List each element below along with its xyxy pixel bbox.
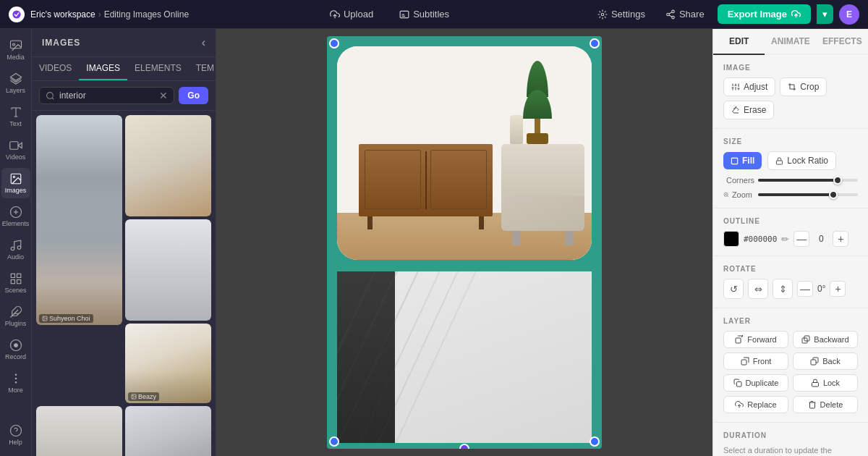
image-credit: Beazy [128,392,159,401]
export-button[interactable]: Export Image [718,4,811,24]
svg-line-59 [727,196,728,197]
flip-h-button[interactable]: ⇔ [748,279,768,299]
sidebar-item-videos[interactable]: Videos [1,135,30,165]
svg-rect-56 [731,158,737,164]
svg-rect-65 [741,360,746,365]
svg-point-20 [13,176,14,177]
search-go-button[interactable]: Go [179,87,208,104]
right-panel: EDIT ANIMATE EFFECTS IMAGE Adjust Crop E… [712,29,868,456]
sidebar-item-images[interactable]: Images [1,168,30,198]
svg-rect-67 [811,360,816,365]
record-label: Record [5,353,26,360]
tab-images[interactable]: IMAGES [79,57,127,80]
list-item[interactable] [125,115,211,216]
sidebar-item-record[interactable]: Record [1,334,30,365]
list-item[interactable]: Suhyeon Choi [36,115,122,325]
list-item[interactable]: Beazy [125,324,211,403]
erase-button[interactable]: Erase [723,101,774,119]
svg-point-7 [667,13,670,16]
export-label: Export Image [728,9,787,20]
app-logo[interactable] [9,7,25,22]
list-item[interactable] [36,406,122,456]
canvas-frame[interactable] [327,36,602,449]
canvas-image-bottom[interactable] [337,271,592,443]
sidebar-item-media[interactable]: Media [1,35,30,65]
search-box[interactable]: ✕ [39,87,174,104]
sidebar-item-scenes[interactable]: Scenes [1,268,30,298]
corners-slider[interactable] [758,179,858,182]
rotate-buttons: ↺ ⇔ ⇕ — 0° + [723,279,858,299]
tab-effects[interactable]: EFFECTS [817,29,868,54]
tab-animate[interactable]: ANIMATE [765,29,816,54]
replace-button[interactable]: Replace [723,396,788,413]
page-title: Editing Images Online [104,9,189,20]
svg-point-34 [15,374,17,376]
erase-label: Erase [744,105,766,115]
sidebar-item-plugins[interactable]: Plugins [1,301,30,332]
handle-center-bottom[interactable] [459,444,469,449]
search-clear-button[interactable]: ✕ [159,90,168,101]
rotate-section: ROTATE ↺ ⇔ ⇕ — 0° + [713,256,868,308]
upload-button[interactable]: Upload [324,6,379,22]
share-button[interactable]: Share [658,6,712,22]
sidebar-item-audio[interactable]: Audio [1,235,30,265]
handle-bottom-right[interactable] [590,436,600,447]
crop-button[interactable]: Crop [780,77,827,96]
outline-color-swatch[interactable] [723,231,739,247]
tab-videos[interactable]: VIDEOS [32,57,79,80]
help-label: Help [9,439,22,446]
delete-button[interactable]: Delete [793,396,858,413]
svg-point-5 [601,13,604,16]
adjust-button[interactable]: Adjust [723,77,775,96]
canvas-container [327,36,602,449]
rotate-ccw-button[interactable]: ↺ [723,279,744,299]
svg-rect-18 [9,142,17,150]
subtitles-button[interactable]: Subtitles [393,6,455,22]
fill-button[interactable]: Fill [723,152,762,169]
settings-button[interactable]: Settings [590,6,652,22]
handle-bottom-left[interactable] [329,436,339,447]
handle-top-left[interactable] [329,38,339,48]
tab-elements[interactable]: ELEMENTS [127,57,189,80]
zoom-label: Zoom [723,190,752,199]
sidebar-item-text[interactable]: Text [1,101,30,132]
sidebar-close-button[interactable]: ‹ [202,36,205,49]
outline-minus-button[interactable]: — [793,231,809,247]
rotate-plus-button[interactable]: + [830,281,846,297]
list-item[interactable] [125,219,211,321]
outline-plus-button[interactable]: + [833,231,848,247]
topbar: Eric's workspace › Editing Images Online… [0,0,868,29]
front-button[interactable]: Front [723,352,788,370]
sidebar-tabs: VIDEOS IMAGES ELEMENTS TEM [32,57,216,81]
corners-label: Corners [723,176,752,185]
svg-point-24 [11,247,14,250]
outline-edit-button[interactable]: ✏ [781,234,789,245]
lock-button[interactable]: Lock [793,374,858,392]
sidebar-item-help[interactable]: Help [1,420,30,450]
corners-slider-row: Corners [723,176,858,185]
duplicate-button[interactable]: Duplicate [723,374,788,392]
crop-label: Crop [800,82,819,92]
canvas-image-top[interactable] [337,46,592,260]
forward-button[interactable]: Forward [723,331,788,348]
sidebar-item-layers[interactable]: Layers [1,68,30,98]
list-item[interactable]: Minh Pham [125,406,211,456]
corners-text: Corners [726,176,754,185]
back-button[interactable]: Back [793,352,858,370]
flip-v-button[interactable]: ⇕ [773,279,793,299]
workspace-link[interactable]: Eric's workspace [30,9,95,20]
export-dropdown-button[interactable]: ▾ [817,4,833,24]
sidebar-item-more[interactable]: More [1,368,30,398]
tab-edit[interactable]: EDIT [713,29,765,55]
svg-rect-28 [17,280,20,284]
icon-bar: Media Layers Text Videos Images Elements… [0,29,32,456]
outline-section: OUTLINE #000000 ✏ — 0 + [713,208,868,256]
lock-ratio-button[interactable]: Lock Ratio [767,151,836,170]
search-input[interactable] [59,90,155,101]
backward-button[interactable]: Backward [793,331,858,348]
handle-top-right[interactable] [590,38,600,48]
sidebar-item-elements[interactable]: Elements [1,201,30,232]
zoom-slider[interactable] [758,193,858,196]
rotate-minus-button[interactable]: — [797,281,813,297]
svg-point-36 [15,382,17,384]
